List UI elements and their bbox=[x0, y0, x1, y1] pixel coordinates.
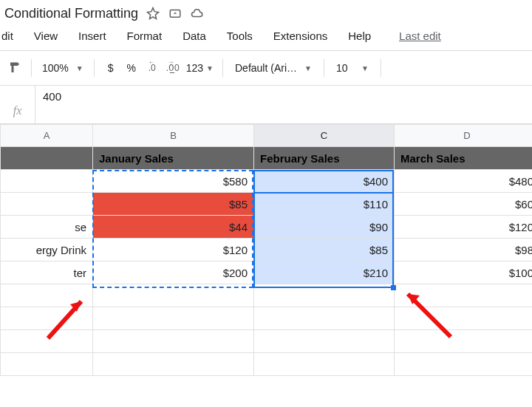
cell[interactable]: $100 bbox=[395, 261, 533, 284]
currency-button[interactable]: $ bbox=[100, 57, 121, 79]
cell[interactable]: $90 bbox=[254, 216, 395, 239]
cell[interactable]: se bbox=[1, 216, 93, 239]
menu-format[interactable]: Format bbox=[117, 27, 173, 45]
cell[interactable]: $120 bbox=[395, 216, 533, 239]
cell[interactable] bbox=[395, 353, 533, 376]
cell[interactable]: $480 bbox=[395, 170, 533, 193]
cell[interactable] bbox=[1, 170, 93, 193]
separator bbox=[381, 59, 381, 77]
col-header-A[interactable]: A bbox=[1, 125, 93, 147]
cell[interactable] bbox=[1, 284, 93, 307]
cell[interactable] bbox=[1, 193, 93, 216]
zoom-value: 100% bbox=[42, 62, 69, 74]
col-header-D[interactable]: D bbox=[395, 125, 533, 147]
cell[interactable]: January Sales bbox=[93, 147, 254, 170]
col-header-C[interactable]: C bbox=[254, 125, 395, 147]
cell[interactable] bbox=[395, 330, 533, 353]
cell[interactable] bbox=[93, 353, 254, 376]
menu-bar: dit View Insert Format Data Tools Extens… bbox=[0, 27, 532, 50]
cell[interactable] bbox=[395, 307, 533, 330]
cell[interactable]: February Sales bbox=[254, 147, 395, 170]
increase-decimal-button[interactable]: .0̲0→ bbox=[163, 57, 183, 79]
move-icon[interactable] bbox=[168, 6, 183, 21]
star-icon[interactable] bbox=[146, 6, 160, 21]
cell[interactable] bbox=[93, 307, 254, 330]
chevron-down-icon: ▼ bbox=[76, 64, 83, 72]
col-header-B[interactable]: B bbox=[93, 125, 254, 147]
cell[interactable] bbox=[395, 284, 533, 307]
menu-help[interactable]: Help bbox=[338, 27, 381, 45]
menu-data[interactable]: Data bbox=[172, 27, 216, 45]
menu-extensions[interactable]: Extensions bbox=[263, 27, 338, 45]
separator bbox=[94, 59, 95, 77]
fx-label: fx bbox=[13, 104, 22, 117]
cell[interactable]: ter bbox=[1, 261, 93, 284]
cell[interactable] bbox=[254, 307, 395, 330]
separator bbox=[222, 59, 223, 77]
percent-button[interactable]: % bbox=[121, 57, 142, 79]
menu-edit[interactable]: dit bbox=[0, 27, 24, 45]
font-select[interactable]: Default (Ari… ▼ bbox=[229, 57, 318, 79]
more-formats-button[interactable]: 123 ▼ bbox=[183, 57, 216, 79]
cell[interactable]: $85 bbox=[93, 193, 254, 216]
cell[interactable]: $210 bbox=[254, 261, 395, 284]
last-edit-link[interactable]: Last edit bbox=[389, 27, 451, 45]
zoom-select[interactable]: 100% ▼ bbox=[38, 57, 88, 79]
cell[interactable] bbox=[93, 284, 254, 307]
cell[interactable]: $110 bbox=[254, 193, 395, 216]
cell[interactable]: March Sales bbox=[395, 147, 533, 170]
cell[interactable]: $400 bbox=[254, 170, 395, 193]
chevron-down-icon: ▼ bbox=[361, 64, 369, 72]
cell[interactable]: ergy Drink bbox=[1, 239, 93, 261]
cell[interactable]: $60 bbox=[395, 193, 533, 216]
cell[interactable] bbox=[254, 330, 395, 353]
fx-label-cell: fx bbox=[0, 86, 35, 123]
cell[interactable]: $44 bbox=[93, 216, 254, 239]
cell[interactable] bbox=[1, 353, 93, 376]
paint-format-icon[interactable] bbox=[4, 57, 25, 79]
cell[interactable] bbox=[254, 353, 395, 376]
cell[interactable]: $85 bbox=[254, 239, 395, 261]
separator bbox=[31, 59, 32, 77]
chevron-down-icon: ▼ bbox=[206, 64, 214, 72]
cell[interactable]: $120 bbox=[93, 239, 254, 261]
formula-bar: fx 400 bbox=[0, 86, 532, 124]
cell[interactable] bbox=[254, 284, 395, 307]
cell[interactable] bbox=[1, 147, 93, 170]
menu-tools[interactable]: Tools bbox=[216, 27, 263, 45]
spreadsheet-grid[interactable]: A B C D January Sales February Sales Mar… bbox=[0, 124, 532, 376]
font-name: Default (Ari… bbox=[235, 62, 297, 74]
cloud-icon[interactable] bbox=[190, 6, 205, 21]
separator bbox=[324, 59, 324, 77]
cell[interactable] bbox=[1, 307, 93, 330]
cell[interactable]: $98 bbox=[395, 239, 533, 261]
decrease-decimal-button[interactable]: .0← bbox=[142, 57, 163, 79]
cell[interactable] bbox=[1, 330, 93, 353]
formula-input[interactable]: 400 bbox=[35, 86, 532, 123]
font-size-select[interactable]: 10 ▼ bbox=[330, 57, 375, 79]
cell[interactable]: $200 bbox=[93, 261, 254, 284]
menu-view[interactable]: View bbox=[24, 27, 68, 45]
toolbar: 100% ▼ $ % .0← .0̲0→ 123 ▼ Default (Ari…… bbox=[0, 50, 532, 86]
doc-title[interactable]: Conditional Formatting bbox=[4, 6, 138, 21]
chevron-down-icon: ▼ bbox=[304, 64, 312, 72]
font-size-value: 10 bbox=[336, 62, 348, 74]
cell[interactable]: $580 bbox=[93, 170, 254, 193]
cell[interactable] bbox=[93, 330, 254, 353]
menu-insert[interactable]: Insert bbox=[68, 27, 117, 45]
formula-value: 400 bbox=[43, 90, 61, 103]
